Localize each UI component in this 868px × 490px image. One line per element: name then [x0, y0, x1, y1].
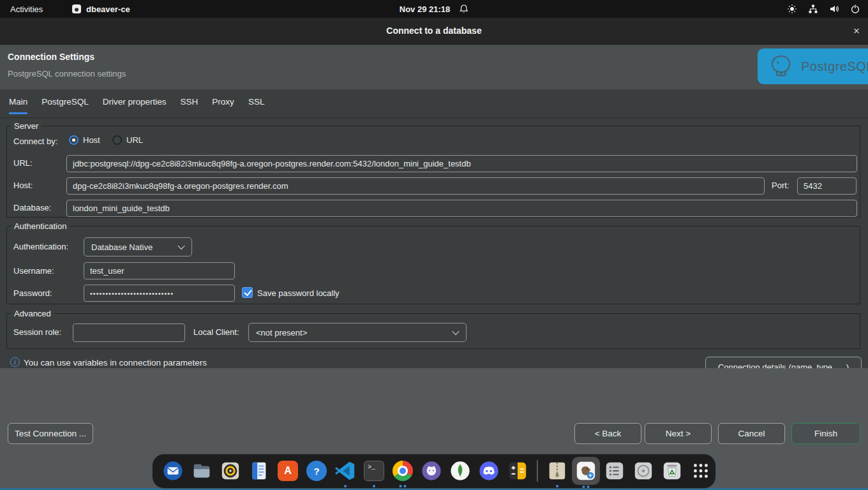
activities-button[interactable]: Activities: [10, 4, 43, 14]
local-client-dropdown-value: <not present>: [256, 328, 307, 338]
running-indicator: [404, 485, 407, 487]
page-title: Connection Settings: [8, 52, 94, 62]
files-folder-icon: [191, 460, 213, 482]
system-status-area[interactable]: [787, 4, 860, 14]
radio-unselected-icon: [112, 135, 122, 145]
close-icon[interactable]: ×: [853, 18, 860, 45]
authentication-label: Authentication:: [13, 242, 68, 251]
page-subtitle: PostgreSQL connection settings: [8, 69, 126, 78]
running-indicator: [344, 485, 347, 487]
connect-by-host-radio[interactable]: Host: [69, 135, 100, 145]
test-connection-button[interactable]: Test Connection ...: [8, 423, 93, 444]
github-icon: [421, 460, 442, 482]
finish-button[interactable]: Finish: [791, 423, 860, 444]
power-icon: [850, 4, 860, 14]
dock-item-ubuntu-software[interactable]: A: [276, 459, 299, 482]
tab-driver-properties[interactable]: Driver properties: [103, 97, 167, 114]
connect-by-url-radio[interactable]: URL: [112, 135, 143, 145]
radio-selected-icon: [69, 135, 79, 145]
dbeaver-dock-icon: [575, 460, 597, 482]
dock-item-rhythmbox[interactable]: [219, 459, 242, 482]
dock-item-files[interactable]: [190, 459, 213, 482]
dock-item-mongodb-compass[interactable]: [449, 459, 472, 482]
connect-by-label: Connect by:: [13, 137, 57, 146]
clock-label: Nov 29 21:18: [400, 4, 451, 14]
volume-icon: [829, 4, 839, 14]
dock-item-thunderbird[interactable]: [161, 459, 184, 482]
connection-details-label: Connection details (name, type, ... ): [718, 362, 849, 369]
writer-document-icon: [248, 460, 270, 482]
disk-utility-icon: [632, 460, 654, 482]
advanced-group: Advanced Session role: Local Client: <no…: [6, 313, 860, 349]
session-role-label: Session role:: [13, 327, 61, 337]
dock-item-trash[interactable]: [661, 459, 684, 482]
next-button[interactable]: Next >: [645, 423, 712, 444]
dock-item-terminal[interactable]: >_: [363, 459, 385, 482]
dock-item-help[interactable]: ?: [305, 459, 328, 482]
dock-item-app-grid[interactable]: [689, 459, 712, 482]
username-input[interactable]: [84, 262, 235, 279]
advanced-group-legend: Advanced: [11, 309, 54, 318]
dock: A ? >_: [152, 454, 716, 489]
network-icon: [808, 4, 818, 14]
password-input[interactable]: [84, 285, 235, 302]
server-group-legend: Server: [11, 121, 41, 131]
dock-item-settings[interactable]: [603, 459, 626, 482]
archive-zip-icon: [546, 460, 568, 482]
save-password-checkbox[interactable]: [242, 287, 253, 298]
username-label: Username:: [13, 266, 54, 276]
connect-by-host-label: Host: [83, 135, 100, 145]
dock-separator: [537, 460, 538, 482]
terminal-icon: >_: [364, 461, 384, 481]
port-input[interactable]: [797, 177, 857, 195]
settings-sliders-icon: [604, 460, 625, 482]
authentication-group-legend: Authentication: [11, 221, 70, 231]
connection-details-button[interactable]: Connection details (name, type, ... ): [705, 357, 862, 368]
dock-item-libreoffice-writer[interactable]: [248, 459, 271, 482]
calculator-icon: [507, 460, 528, 482]
trash-recycle-icon: [661, 460, 683, 482]
host-input[interactable]: [66, 177, 765, 195]
tab-main[interactable]: Main: [9, 97, 27, 114]
discord-icon: [478, 460, 500, 482]
dock-item-vscode[interactable]: [334, 459, 357, 482]
tab-proxy[interactable]: Proxy: [212, 97, 234, 114]
running-indicator: [373, 485, 375, 487]
settings-tab-bar: Main PostgreSQL Driver properties SSH Pr…: [9, 97, 264, 114]
system-top-bar: Activities dbeaver-ce Nov 29 21:18: [0, 0, 868, 18]
focused-app-menu[interactable]: dbeaver-ce: [71, 4, 130, 14]
tab-ssl[interactable]: SSL: [248, 97, 265, 114]
mongodb-leaf-icon: [449, 460, 471, 482]
session-role-input[interactable]: [73, 323, 185, 342]
cancel-button[interactable]: Cancel: [718, 423, 785, 444]
brightness-icon: [787, 4, 797, 14]
port-label: Port:: [772, 181, 789, 190]
authentication-dropdown[interactable]: Database Native: [84, 237, 192, 256]
running-indicator: [587, 486, 590, 488]
url-input[interactable]: [66, 155, 857, 172]
dock-item-discord[interactable]: [477, 459, 500, 482]
back-button[interactable]: < Back: [574, 423, 641, 444]
authentication-group: Authentication Authentication: Database …: [6, 226, 860, 304]
dock-item-chrome[interactable]: [391, 459, 414, 482]
authentication-dropdown-value: Database Native: [91, 242, 153, 252]
chrome-icon: [393, 461, 413, 481]
tab-bar-divider: [0, 117, 868, 118]
dock-item-github-desktop[interactable]: [420, 459, 443, 482]
database-input[interactable]: [66, 200, 857, 217]
dock-item-dbeaver[interactable]: [572, 457, 600, 485]
clock-menu[interactable]: Nov 29 21:18: [400, 4, 469, 14]
local-client-dropdown[interactable]: <not present>: [248, 323, 467, 342]
vscode-icon: [334, 460, 356, 482]
postgresql-logo: PostgreSQL: [758, 48, 868, 84]
tab-postgresql[interactable]: PostgreSQL: [41, 97, 89, 114]
dock-item-archive-manager[interactable]: [546, 459, 569, 482]
dock-item-disks[interactable]: [632, 459, 655, 482]
running-indicator: [556, 485, 558, 487]
dock-item-calculator[interactable]: [506, 459, 529, 482]
tab-ssh[interactable]: SSH: [181, 97, 198, 114]
info-icon: i: [10, 357, 20, 367]
help-icon: ?: [306, 461, 327, 481]
dialog-title: Connect to a database: [0, 18, 868, 44]
dialog-titlebar: Connect to a database ×: [0, 18, 868, 45]
